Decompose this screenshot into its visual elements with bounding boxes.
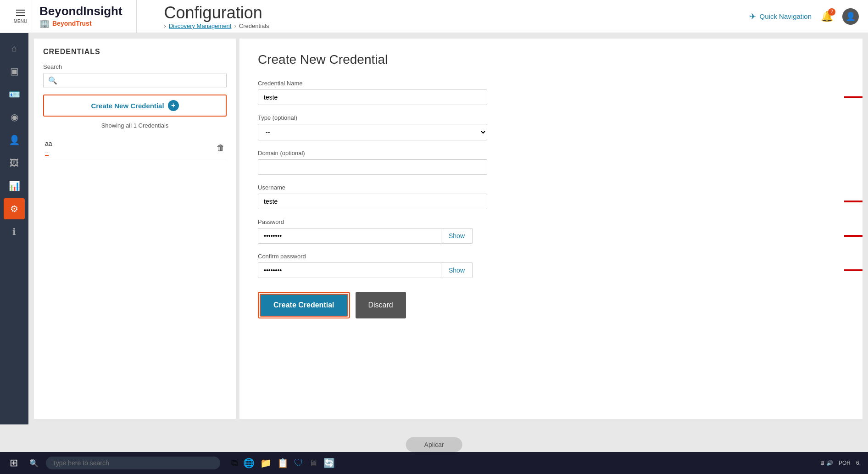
header-right: ✈ Quick Navigation 🔔 2 👤	[749, 8, 859, 25]
quick-nav-button[interactable]: ✈ Quick Navigation	[749, 11, 812, 22]
create-credential-button[interactable]: Create Credential	[260, 294, 348, 317]
svg-marker-0	[844, 89, 862, 106]
logo-sub: 🏢 BeyondTrust	[39, 18, 92, 28]
credential-list-item: aa -- 🗑	[43, 136, 227, 160]
domain-input[interactable]	[258, 159, 487, 175]
edge-icon[interactable]: 🌐	[243, 457, 255, 468]
show-password-button[interactable]: Show	[441, 228, 473, 244]
nav-item-monitor[interactable]: ▣	[4, 61, 25, 82]
form-actions: Create Credential Discard	[258, 292, 844, 318]
create-credential-label: Create New Credential	[91, 102, 164, 110]
credentials-panel: CREDENTIALS Search 🔍 Create New Credenti…	[34, 39, 236, 419]
menu-label: MENU	[14, 19, 27, 24]
nav-item-image[interactable]: 🖼	[4, 152, 25, 173]
navigation-icon: ✈	[749, 11, 756, 22]
credential-name: aa	[45, 140, 52, 147]
brand-text: BeyondTrust	[52, 20, 92, 27]
breadcrumb-parent[interactable]: Discovery Management	[169, 22, 232, 29]
search-icon-taskbar: 🔍	[29, 459, 39, 468]
domain-group: Domain (optional)	[258, 150, 844, 175]
confirm-password-input[interactable]	[258, 262, 441, 278]
type-group: Type (optional) -- Local Account Domain …	[258, 114, 844, 140]
svg-marker-3	[844, 262, 862, 279]
menu-button[interactable]: MENU	[9, 0, 32, 33]
form-panel: Create New Credential Credential Name Ty…	[239, 39, 862, 419]
brand-icon: 🏢	[39, 18, 50, 28]
confirm-password-input-row: Show	[258, 262, 473, 278]
search-input[interactable]	[60, 77, 222, 84]
clipboard-icon[interactable]: 📋	[277, 457, 289, 468]
nav-item-settings[interactable]: ⚙	[4, 198, 25, 219]
search-label: Search	[43, 63, 227, 70]
password-row: Show	[258, 228, 844, 244]
password-label: Password	[258, 218, 844, 225]
nav-item-users[interactable]: 👤	[4, 129, 25, 151]
left-nav: ⌂ ▣ 🪪 ◉ 👤 🖼 📊 ⚙ ℹ	[0, 33, 28, 424]
nav-item-id[interactable]: 🪪	[4, 84, 25, 105]
credential-name-input[interactable]	[258, 89, 487, 105]
breadcrumb-sep2: ›	[234, 22, 236, 29]
windows-icon: ⊞	[10, 457, 18, 469]
breadcrumb-current: Credentials	[239, 22, 269, 29]
create-new-credential-button[interactable]: Create New Credential +	[43, 95, 227, 117]
credential-type: --	[45, 149, 49, 156]
username-label: Username	[258, 184, 844, 191]
show-confirm-password-button[interactable]: Show	[441, 262, 473, 278]
svg-marker-2	[844, 228, 862, 244]
notifications-button[interactable]: 🔔 2	[821, 11, 833, 22]
red-arrow-4	[844, 261, 862, 279]
confirm-password-row: Show	[258, 262, 844, 278]
nav-item-chart[interactable]: 📊	[4, 175, 25, 196]
password-group: Password Show	[258, 218, 844, 244]
type-label: Type (optional)	[258, 114, 844, 121]
taskbar-apps: ⧉ 🌐 📁 📋 🛡 🖥 🔄	[231, 457, 335, 468]
username-row	[258, 194, 844, 209]
credentials-title: CREDENTIALS	[43, 48, 227, 56]
red-arrow-1	[844, 88, 862, 106]
red-arrow-2	[844, 192, 862, 211]
username-group: Username	[258, 184, 844, 209]
logo-area: BeyondInsight 🏢 BeyondTrust	[39, 0, 137, 33]
nav-item-info[interactable]: ℹ	[4, 221, 25, 242]
red-arrow-3	[844, 227, 862, 245]
search-box: 🔍	[43, 73, 227, 88]
taskbar: ⊞ 🔍 ⧉ 🌐 📁 📋 🛡 🖥 🔄 🖥 🔊 POR 6.	[0, 452, 868, 474]
confirm-password-label: Confirm password	[258, 253, 844, 260]
taskview-icon[interactable]: ⧉	[231, 458, 238, 468]
loading-icon[interactable]: 🔄	[323, 457, 335, 468]
search-icon: 🔍	[48, 76, 57, 85]
breadcrumb: › Discovery Management › Credentials	[164, 22, 749, 29]
shield-icon[interactable]: 🛡	[294, 458, 303, 468]
showing-text: Showing all 1 Credentials	[43, 122, 227, 129]
password-input-row: Show	[258, 228, 473, 244]
page-title: Configuration	[164, 3, 749, 22]
plus-icon: +	[168, 100, 179, 111]
taskbar-right: 🖥 🔊 POR 6.	[819, 460, 861, 466]
language-indicator: POR	[839, 460, 851, 466]
form-title: Create New Credential	[258, 52, 844, 67]
create-btn-wrapper: Create Credential	[258, 292, 350, 318]
nav-item-home[interactable]: ⌂	[4, 38, 25, 59]
username-input[interactable]	[258, 194, 487, 209]
aplicar-button[interactable]: Aplicar	[406, 437, 462, 452]
bottom-area: Aplicar	[0, 424, 868, 452]
confirm-password-group: Confirm password Show	[258, 253, 844, 278]
delete-credential-button[interactable]: 🗑	[217, 143, 225, 153]
user-avatar[interactable]: 👤	[842, 8, 859, 25]
windows-start-button[interactable]: ⊞	[6, 455, 22, 471]
password-input[interactable]	[258, 228, 441, 244]
svg-marker-1	[844, 193, 862, 210]
type-select[interactable]: -- Local Account Domain Account SSH Key	[258, 124, 487, 140]
credential-item-info: aa --	[45, 140, 52, 156]
credential-name-label: Credential Name	[258, 80, 844, 87]
credential-name-group: Credential Name	[258, 80, 844, 105]
clock-area: 6.	[856, 460, 861, 466]
main-body: ⌂ ▣ 🪪 ◉ 👤 🖼 📊 ⚙ ℹ CREDENTIALS Search 🔍 C…	[0, 33, 868, 424]
domain-label: Domain (optional)	[258, 150, 844, 156]
taskbar-search-input[interactable]	[46, 457, 220, 469]
nav-item-activity[interactable]: ◉	[4, 106, 25, 128]
discard-button[interactable]: Discard	[356, 292, 406, 318]
folder-icon[interactable]: 📁	[260, 457, 272, 468]
page-header: Configuration › Discovery Management › C…	[150, 3, 749, 29]
terminal-icon[interactable]: 🖥	[309, 458, 318, 468]
